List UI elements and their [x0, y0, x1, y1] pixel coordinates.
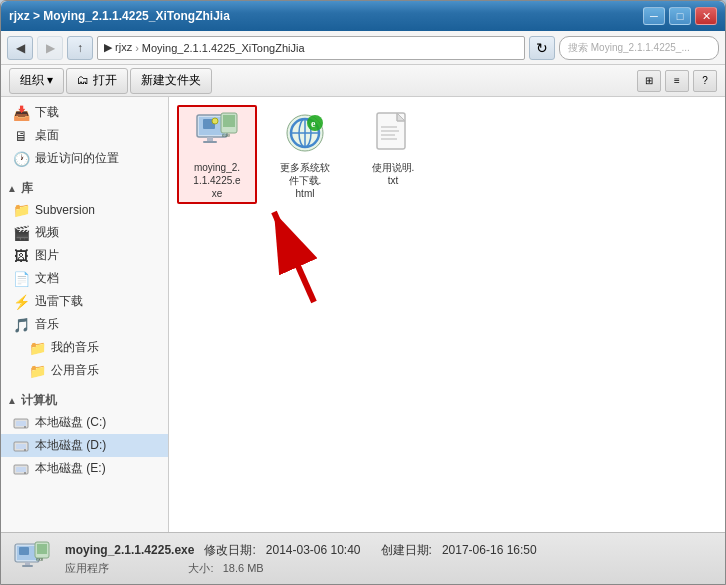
sidebar-item-mymusic[interactable]: 📁 我的音乐 — [1, 336, 168, 359]
svg-point-5 — [24, 449, 26, 451]
window-controls: ─ □ ✕ — [643, 7, 717, 25]
search-box[interactable]: 搜索 Moying_2.1.1.4225_... — [559, 36, 719, 60]
sidebar-item-xunlei-label: 迅雷下载 — [35, 293, 83, 310]
sidebar-item-drive-e-label: 本地磁盘 (E:) — [35, 460, 106, 477]
main-content: 📥 下载 🖥 桌面 🕐 最近访问的位置 ▲ 库 📁 Subversion — [1, 97, 725, 532]
new-folder-button[interactable]: 新建文件夹 — [130, 68, 212, 94]
address-bar: ◀ ▶ ↑ ▶ rjxz › Moying_2.1.1.4225_XiTongZ… — [1, 31, 725, 65]
sidebar-item-pubmusic-label: 公用音乐 — [51, 362, 99, 379]
new-folder-label: 新建文件夹 — [141, 72, 201, 89]
open-label: 🗂 打开 — [77, 72, 116, 89]
drive-d-icon — [13, 438, 29, 454]
minimize-button[interactable]: ─ — [643, 7, 665, 25]
svg-point-8 — [24, 472, 26, 474]
sidebar-item-documents[interactable]: 📄 文档 — [1, 267, 168, 290]
help-button[interactable]: ? — [693, 70, 717, 92]
sidebar-item-desktop[interactable]: 🖥 桌面 — [1, 124, 168, 147]
svg-rect-38 — [25, 562, 30, 565]
computer-group-header[interactable]: ▲ 计算机 — [1, 388, 168, 411]
view-toggle-button[interactable]: ⊞ — [637, 70, 661, 92]
back-button[interactable]: ◀ — [7, 36, 33, 60]
sidebar-item-pictures-label: 图片 — [35, 247, 59, 264]
sidebar-item-video[interactable]: 🎬 视频 — [1, 221, 168, 244]
sidebar-item-pubmusic[interactable]: 📁 公用音乐 — [1, 359, 168, 382]
search-placeholder: 搜索 Moying_2.1.1.4225_... — [568, 41, 690, 55]
sidebar-item-recent[interactable]: 🕐 最近访问的位置 — [1, 147, 168, 170]
library-expand-icon: ▲ — [7, 183, 17, 194]
toolbar: 组织 ▾ 🗂 打开 新建文件夹 ⊞ ≡ ? — [1, 65, 725, 97]
svg-rect-1 — [16, 421, 26, 426]
file-item-moying-exe[interactable]: exe moying_2.1.1.4225.exe — [177, 105, 257, 204]
file-item-instructions[interactable]: 使用说明.txt — [353, 105, 433, 204]
status-modify-date: 2014-03-06 10:40 — [266, 543, 361, 557]
sidebar-item-drive-d[interactable]: 本地磁盘 (D:) — [1, 434, 168, 457]
pictures-icon: 🖼 — [13, 248, 29, 264]
svg-rect-13 — [207, 137, 213, 141]
address-path[interactable]: ▶ rjxz › Moying_2.1.1.4225_XiTongZhiJia — [97, 36, 525, 60]
status-type: 应用程序 — [65, 562, 109, 574]
svg-text:exe: exe — [222, 132, 230, 138]
computer-group-label: 计算机 — [21, 392, 57, 409]
sidebar-item-drive-c-label: 本地磁盘 (C:) — [35, 414, 106, 431]
file-grid: exe moying_2.1.1.4225.exe — [177, 105, 717, 204]
more-software-icon: e — [281, 109, 329, 157]
organize-label: 组织 ▾ — [20, 72, 53, 89]
library-group-header[interactable]: ▲ 库 — [1, 176, 168, 199]
sidebar-item-video-label: 视频 — [35, 224, 59, 241]
status-info: moying_2.1.1.4225.exe 修改日期: 2014-03-06 1… — [65, 542, 537, 576]
library-group-label: 库 — [21, 180, 33, 197]
computer-expand-icon: ▲ — [7, 395, 17, 406]
status-create-label: 创建日期: — [381, 543, 432, 557]
close-button[interactable]: ✕ — [695, 7, 717, 25]
sidebar-item-music[interactable]: 🎵 音乐 — [1, 313, 168, 336]
forward-button[interactable]: ▶ — [37, 36, 63, 60]
recent-icon: 🕐 — [13, 151, 29, 167]
svg-rect-41 — [37, 544, 47, 554]
video-icon: 🎬 — [13, 225, 29, 241]
mymusic-icon: 📁 — [29, 340, 45, 356]
sidebar-item-downloads[interactable]: 📥 下载 — [1, 101, 168, 124]
pubmusic-icon: 📁 — [29, 363, 45, 379]
downloads-icon: 📥 — [13, 105, 29, 121]
status-size-label: 大小: — [188, 562, 213, 574]
sidebar-item-pictures[interactable]: 🖼 图片 — [1, 244, 168, 267]
view-details-button[interactable]: ≡ — [665, 70, 689, 92]
sidebar-item-subversion[interactable]: 📁 Subversion — [1, 199, 168, 221]
title-bar: rjxz > Moying_2.1.1.4225_XiTongZhiJia ─ … — [1, 1, 725, 31]
documents-icon: 📄 — [13, 271, 29, 287]
moying-exe-name: moying_2.1.1.4225.exe — [193, 161, 240, 200]
desktop-icon: 🖥 — [13, 128, 29, 144]
instructions-name: 使用说明.txt — [372, 161, 415, 187]
sidebar-item-xunlei[interactable]: ⚡ 迅雷下载 — [1, 290, 168, 313]
maximize-button[interactable]: □ — [669, 7, 691, 25]
svg-rect-14 — [203, 141, 217, 143]
svg-point-12 — [212, 118, 218, 124]
refresh-button[interactable]: ↻ — [529, 36, 555, 60]
svg-rect-37 — [19, 547, 29, 555]
sidebar-item-drive-e[interactable]: 本地磁盘 (E:) — [1, 457, 168, 480]
instructions-icon — [369, 109, 417, 157]
sidebar-item-drive-c[interactable]: 本地磁盘 (C:) — [1, 411, 168, 434]
sidebar-item-downloads-label: 下载 — [35, 104, 59, 121]
sidebar-item-mymusic-label: 我的音乐 — [51, 339, 99, 356]
drive-c-icon — [13, 415, 29, 431]
open-button[interactable]: 🗂 打开 — [66, 68, 127, 94]
up-button[interactable]: ↑ — [67, 36, 93, 60]
sidebar: 📥 下载 🖥 桌面 🕐 最近访问的位置 ▲ 库 📁 Subversion — [1, 97, 169, 532]
breadcrumb: ▶ rjxz › Moying_2.1.1.4225_XiTongZhiJia — [104, 41, 305, 54]
status-bar: exe moying_2.1.1.4225.exe 修改日期: 2014-03-… — [1, 532, 725, 584]
explorer-window: rjxz > Moying_2.1.1.4225_XiTongZhiJia ─ … — [0, 0, 726, 585]
help-label: ? — [702, 75, 708, 86]
more-software-name: 更多系统软件下载.html — [280, 161, 330, 200]
sidebar-item-documents-label: 文档 — [35, 270, 59, 287]
sidebar-item-desktop-label: 桌面 — [35, 127, 59, 144]
arrow-indicator — [254, 192, 354, 315]
status-file-icon: exe — [13, 539, 53, 579]
sidebar-item-music-label: 音乐 — [35, 316, 59, 333]
sidebar-item-drive-d-label: 本地磁盘 (D:) — [35, 437, 106, 454]
drive-e-icon — [13, 461, 29, 477]
status-create-date: 2017-06-16 16:50 — [442, 543, 537, 557]
file-item-more-software[interactable]: e 更多系统软件下载.html — [265, 105, 345, 204]
organize-button[interactable]: 组织 ▾ — [9, 68, 64, 94]
svg-rect-4 — [16, 444, 26, 449]
